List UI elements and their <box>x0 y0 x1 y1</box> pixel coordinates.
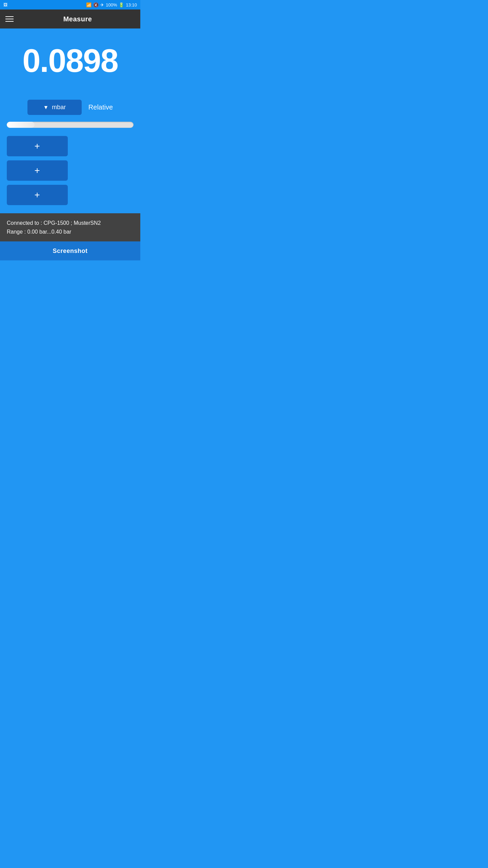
clock: 13:10 <box>126 2 137 7</box>
connection-info: Connected to : CPG-1500 ; MusterSN2 Rang… <box>0 213 140 241</box>
connection-line-2: Range : 0.00 bar...0.40 bar <box>7 228 134 236</box>
add-buttons-section: + + + <box>7 136 134 205</box>
relative-label[interactable]: Relative <box>88 103 113 111</box>
hamburger-line-1 <box>5 16 14 17</box>
hamburger-line-3 <box>5 21 14 22</box>
controls-row: ▼ mbar Relative <box>7 100 134 115</box>
status-bar: 🖼 📶 🔇 ✈ 100% 🔋 13:10 <box>0 0 140 9</box>
nav-bar: Measure <box>0 9 140 28</box>
page-title: Measure <box>20 15 135 23</box>
battery-percentage: 100% <box>106 2 117 7</box>
bluetooth-icon: 📶 <box>86 2 92 7</box>
chevron-down-icon: ▼ <box>43 104 48 111</box>
progress-container <box>7 122 134 128</box>
connection-line-1: Connected to : CPG-1500 ; MusterSN2 <box>7 219 134 228</box>
progress-bar-track <box>7 122 134 128</box>
status-bar-left: 🖼 <box>3 2 86 7</box>
add-button-2[interactable]: + <box>7 160 68 181</box>
plus-icon-1: + <box>35 141 40 152</box>
hamburger-line-2 <box>5 19 14 19</box>
add-button-3[interactable]: + <box>7 185 68 205</box>
progress-bar-fill <box>7 122 35 128</box>
unit-label: mbar <box>52 104 66 111</box>
battery-icon: 🔋 <box>119 2 124 7</box>
airplane-icon: ✈ <box>100 2 104 7</box>
image-icon: 🖼 <box>3 2 7 7</box>
screenshot-button[interactable]: Screenshot <box>0 241 140 260</box>
plus-icon-2: + <box>35 165 40 176</box>
mute-icon: 🔇 <box>93 2 99 7</box>
add-button-1[interactable]: + <box>7 136 68 156</box>
main-content: 0.0898 ▼ mbar Relative + + + Connected t… <box>0 28 140 267</box>
status-bar-right: 📶 🔇 ✈ 100% 🔋 13:10 <box>86 2 137 7</box>
measurement-value: 0.0898 <box>22 42 118 79</box>
plus-icon-3: + <box>35 190 40 200</box>
hamburger-menu[interactable] <box>5 16 14 22</box>
unit-dropdown[interactable]: ▼ mbar <box>27 100 82 115</box>
